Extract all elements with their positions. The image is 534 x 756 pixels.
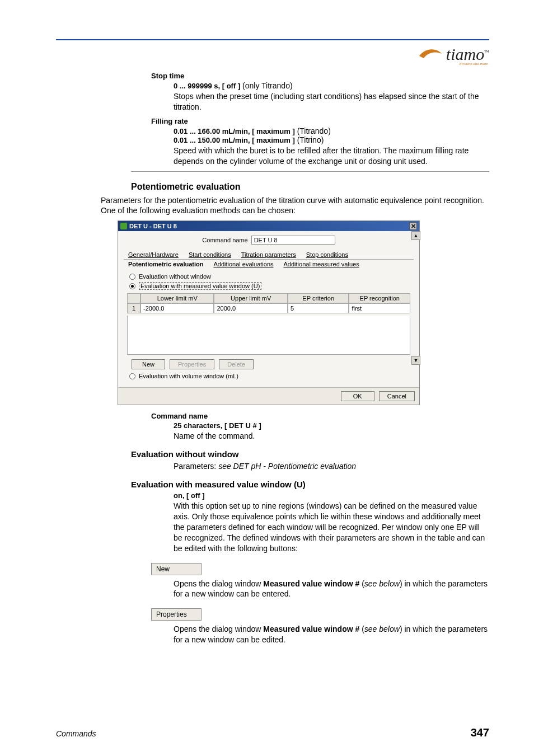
scroll-down-icon[interactable]: ▼: [411, 356, 420, 365]
cell-recognition[interactable]: first: [349, 303, 410, 313]
stop-time-desc: Stops when the preset time (including st…: [174, 91, 489, 112]
eval-mv-window-spec: on, [ off ]: [174, 491, 489, 500]
cancel-button[interactable]: Cancel: [379, 391, 415, 401]
command-name-heading: Command name: [151, 412, 489, 420]
col-upper: Upper limit mV: [214, 293, 287, 303]
stop-time-spec: 0 ... 999999 s, [ off ]: [174, 82, 240, 90]
filling-rate-desc: Speed with which the buret is to be refi…: [174, 145, 489, 167]
param-stop-time-label: Stop time: [151, 72, 489, 80]
filling-rate-spec2: 0.01 ... 150.00 mL/min, [ maximum ]: [174, 136, 295, 144]
eval-no-window-pre: Parameters:: [174, 462, 218, 471]
windows-table: Lower limit mV Upper limit mV EP criteri…: [127, 293, 410, 313]
new-button-desc: Opens the dialog window Measured value w…: [174, 579, 489, 600]
radio-eval-mv-window[interactable]: Evaluation with measured value window (U…: [129, 282, 414, 290]
eval-mv-window-desc: With this option set up to nine regions …: [174, 501, 489, 553]
tab-stop-conditions[interactable]: Stop conditions: [306, 251, 348, 258]
delete-button: Delete: [219, 359, 254, 369]
radio-no-window-label: Evaluation without window: [139, 273, 211, 280]
scroll-up-icon[interactable]: ▲: [411, 231, 420, 240]
new-desc-mid: (: [359, 579, 364, 588]
new-button[interactable]: New: [132, 359, 165, 369]
radio-eval-volume-window[interactable]: Evaluation with volume window (mL): [129, 373, 414, 379]
radio-icon: [129, 274, 135, 280]
dialog-title: DET U - DET U 8: [129, 223, 177, 229]
tab-titration-parameters[interactable]: Titration parameters: [241, 251, 296, 258]
new-button-image: New: [151, 563, 202, 575]
prop-desc-bold: Measured value window #: [263, 624, 359, 633]
eval-no-window-ref: see DET pH - Potentiometric evaluation: [218, 462, 356, 471]
ok-button[interactable]: OK: [341, 391, 374, 401]
logo-area: tiamo™ titration and more: [56, 45, 489, 64]
tab-start-conditions[interactable]: Start conditions: [189, 251, 231, 258]
dialog-window: DET U - DET U 8 ✕ ▲ ▼ Command name Gener…: [118, 220, 420, 405]
cell-index[interactable]: 1: [127, 303, 140, 313]
sub-eval-without-window: Evaluation without window: [131, 449, 489, 459]
radio-icon: [129, 283, 135, 289]
logo-word: tiamo: [446, 45, 484, 63]
new-desc-pre: Opens the dialog window: [174, 579, 263, 588]
prop-desc-mid: (: [359, 624, 364, 633]
logo-text: tiamo™ titration and more: [446, 45, 489, 64]
col-criterion: EP criterion: [288, 293, 349, 303]
logo-tm: ™: [484, 49, 489, 55]
filling-rate-spec2-note: (Titrino): [295, 135, 324, 144]
header-rule: [56, 39, 489, 40]
radio-icon: [129, 373, 135, 379]
param-filling-rate-label: Filling rate: [151, 117, 489, 125]
cell-lower[interactable]: -2000.0: [140, 303, 214, 313]
radio-mv-window-label: Evaluation with measured value window (U…: [139, 282, 261, 290]
col-lower: Lower limit mV: [140, 293, 214, 303]
footer-page-number: 347: [471, 726, 489, 739]
radio-eval-without-window[interactable]: Evaluation without window: [129, 273, 414, 280]
col-index: [127, 293, 140, 303]
footer-section: Commands: [56, 729, 96, 738]
filling-rate-spec1: 0.01 ... 166.00 mL/min, [ maximum ]: [174, 127, 295, 135]
prop-desc-ital: see below: [364, 624, 400, 633]
properties-button: Properties: [170, 359, 214, 369]
new-desc-ital: see below: [364, 579, 400, 588]
filling-rate-spec1-note: (Titrando): [295, 126, 331, 135]
command-name-label: Command name: [202, 237, 247, 243]
logo-subtitle: titration and more: [460, 62, 488, 66]
cell-upper[interactable]: 2000.0: [214, 303, 287, 313]
section-potentiometric-heading: Potentiometric evaluation: [131, 182, 489, 192]
new-desc-bold: Measured value window #: [263, 579, 359, 588]
properties-button-desc: Opens the dialog window Measured value w…: [174, 624, 489, 645]
command-name-input[interactable]: [251, 236, 335, 245]
tab-additional-measured-values[interactable]: Additional measured values: [284, 261, 359, 267]
stop-time-spec-note: (only Titrando): [240, 81, 292, 90]
potentiometric-intro: Parameters for the potentiometric evalua…: [101, 195, 489, 217]
eval-no-window-desc: Parameters: see DET pH - Potentiometric …: [174, 461, 489, 472]
properties-button-image: Properties: [151, 608, 202, 621]
table-empty-area: [127, 316, 410, 355]
radio-vol-window-label: Evaluation with volume window (mL): [139, 373, 238, 379]
close-icon[interactable]: ✕: [409, 222, 417, 230]
cell-criterion[interactable]: 5: [288, 303, 349, 313]
sub-eval-mv-window: Evaluation with measured value window (U…: [131, 480, 489, 489]
tab-potentiometric-evaluation[interactable]: Potentiometric evaluation: [128, 261, 203, 267]
col-recognition: EP recognition: [349, 293, 410, 303]
tab-additional-evaluations[interactable]: Additional evaluations: [213, 261, 273, 267]
command-name-spec: 25 characters, [ DET U # ]: [174, 421, 489, 430]
tab-general-hardware[interactable]: General/Hardware: [128, 251, 179, 258]
command-name-desc: Name of the command.: [174, 431, 489, 442]
section-rule: [131, 171, 489, 172]
dialog-icon: [120, 223, 127, 229]
prop-desc-pre: Opens the dialog window: [174, 624, 263, 633]
logo-swoosh-icon: [418, 46, 443, 63]
